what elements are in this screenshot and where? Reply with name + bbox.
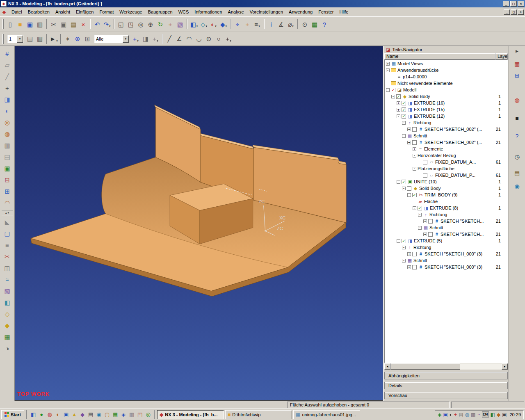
- feature-checkbox[interactable]: [412, 127, 417, 132]
- delete-button[interactable]: ×: [78, 19, 88, 29]
- feature-checkbox[interactable]: ✓: [402, 239, 406, 243]
- close-button[interactable]: ×: [518, 1, 524, 7]
- task-button[interactable]: ▦unimog-fahrerhaus01.jpg...: [293, 410, 360, 419]
- through-curves-button[interactable]: ◇: [2, 308, 13, 319]
- pad-button[interactable]: ▤: [2, 151, 13, 162]
- quick-launch-icon-12[interactable]: ◈: [119, 410, 128, 419]
- menu-anwendung[interactable]: Anwendung: [286, 8, 315, 16]
- tray-icon[interactable]: +: [454, 412, 457, 417]
- collapse-icon[interactable]: -: [386, 88, 390, 92]
- tray-icon[interactable]: ◧: [491, 412, 495, 417]
- expand-icon[interactable]: +: [423, 233, 427, 236]
- tree-row[interactable]: -◆Solid Body1: [385, 185, 507, 192]
- roles-button[interactable]: ■: [512, 113, 523, 123]
- menu-hilfe[interactable]: Hilfe: [336, 8, 351, 16]
- quick-launch-icon-3[interactable]: ◍: [46, 410, 54, 419]
- snap-point-button[interactable]: ⊙: [300, 19, 310, 29]
- pan-button[interactable]: +: [165, 19, 175, 29]
- maximize-button[interactable]: □: [510, 1, 517, 7]
- menu-informationen[interactable]: Informationen: [192, 8, 225, 16]
- system-materials-button[interactable]: ▤: [512, 168, 523, 178]
- help-library-button[interactable]: ?: [512, 131, 523, 141]
- quick-launch-icon-9[interactable]: ◉: [95, 410, 103, 419]
- undo-button[interactable]: ↶: [92, 19, 102, 29]
- dropdown-arrow-icon[interactable]: ▾: [206, 25, 208, 29]
- resource-options-button[interactable]: ▸: [514, 48, 521, 54]
- quick-launch-icon-10[interactable]: ▢: [103, 410, 111, 419]
- offset-surface-button[interactable]: ◧: [2, 297, 13, 308]
- scroll-left-icon[interactable]: ◂: [384, 363, 390, 370]
- collapse-icon[interactable]: -: [418, 213, 422, 217]
- blend-button[interactable]: ◠: [2, 197, 13, 208]
- toolbar-grip[interactable]: [2, 34, 4, 44]
- tree-row[interactable]: ▱FIXED_DATUM_P...61: [385, 172, 507, 178]
- sketch-point-button[interactable]: ⊙: [204, 34, 214, 44]
- copy-button[interactable]: ▣: [59, 19, 68, 29]
- feature-checkbox[interactable]: [407, 186, 411, 191]
- quick-launch-icon-13[interactable]: ▥: [128, 410, 136, 419]
- combo-arrow-icon[interactable]: ▾: [17, 35, 23, 43]
- menu-format[interactable]: Format: [96, 8, 116, 16]
- menu-einfgen[interactable]: Einfügen: [73, 8, 96, 16]
- expand-icon[interactable]: +: [407, 252, 411, 256]
- quick-launch-icon-11[interactable]: ▦: [111, 410, 119, 419]
- feature-checkbox[interactable]: [412, 265, 417, 269]
- tray-icon[interactable]: ▥: [471, 412, 475, 417]
- menu-voreinstellungen[interactable]: Voreinstellungen: [247, 8, 286, 16]
- expand-icon[interactable]: +: [397, 108, 400, 112]
- menu-fenster[interactable]: Fenster: [315, 8, 336, 16]
- document-icon[interactable]: ◆: [1, 9, 7, 15]
- unite-button[interactable]: ▣: [2, 163, 13, 173]
- feature-checkbox[interactable]: [428, 232, 433, 237]
- feature-checkbox[interactable]: [423, 173, 427, 178]
- dropdown-arrow-icon[interactable]: ▾: [258, 25, 260, 29]
- sketch-plus-button[interactable]: +▾: [224, 34, 233, 44]
- pocket-button[interactable]: ▥: [2, 140, 13, 151]
- task-button[interactable]: ■D:\html\cb\wip: [225, 410, 292, 419]
- menu-bearbeiten[interactable]: Bearbeiten: [25, 8, 52, 16]
- tree-row[interactable]: -↑Richtung: [385, 119, 507, 126]
- thread-button[interactable]: ≡: [2, 240, 13, 250]
- tree-row[interactable]: +≡Elemente: [385, 146, 507, 152]
- feature-checkbox[interactable]: ✓: [412, 193, 417, 197]
- dropdown-arrow-icon[interactable]: ▾: [137, 39, 139, 43]
- wcs-display-button[interactable]: ⌖: [233, 19, 242, 29]
- cut-button[interactable]: ✂: [49, 19, 59, 29]
- menu-baugruppen[interactable]: Baugruppen: [145, 8, 176, 16]
- tree-row[interactable]: +✓◨EXTRUDE (15)1: [385, 106, 507, 113]
- tree-row[interactable]: -✓▣UNITE (10)1: [385, 178, 507, 185]
- collapse-icon[interactable]: -: [397, 239, 400, 243]
- snap-center-button[interactable]: ⊕: [73, 34, 82, 44]
- expand-icon[interactable]: +: [413, 147, 416, 151]
- feature-checkbox[interactable]: [412, 252, 417, 256]
- wireframe-display-button[interactable]: ◇▾: [199, 19, 209, 29]
- swept-button[interactable]: ◆: [2, 320, 13, 331]
- quick-launch-icon-14[interactable]: ◰: [136, 410, 144, 419]
- help-context-button[interactable]: ?: [320, 19, 329, 29]
- tray-icon[interactable]: ◈: [438, 412, 441, 417]
- 3d-model[interactable]: [15, 46, 383, 400]
- open-button[interactable]: ■: [15, 19, 25, 29]
- select-face-button[interactable]: ◨: [141, 34, 151, 44]
- grid-button[interactable]: ▦: [310, 19, 320, 29]
- selection-arrow-button[interactable]: ►▾: [49, 34, 59, 44]
- work-layer-combo[interactable]: 1▾: [7, 35, 23, 43]
- quick-launch-icon-6[interactable]: ▲: [70, 410, 78, 419]
- tree-row[interactable]: -✓✂TRIM_BODY (9)1: [385, 192, 507, 198]
- trim-body-button[interactable]: ✂: [2, 251, 13, 262]
- tree-row[interactable]: =p14=0.0000: [385, 73, 507, 80]
- quick-launch-icon-2[interactable]: ●: [37, 410, 46, 419]
- tree-row[interactable]: -Horizontaler Bezug: [385, 152, 507, 159]
- tray-icon[interactable]: ▣: [443, 412, 448, 417]
- feature-checkbox[interactable]: ✓: [402, 114, 406, 119]
- shaded-display-button[interactable]: ◧▾: [189, 19, 199, 29]
- tree-row[interactable]: Nicht verwendete Elemente: [385, 80, 507, 87]
- expand-icon[interactable]: +: [407, 141, 411, 144]
- datum-axis-button[interactable]: ╱: [2, 71, 13, 82]
- palette-button[interactable]: ◍: [512, 95, 523, 105]
- sketch-line-button[interactable]: ╱: [164, 34, 174, 44]
- feature-checkbox[interactable]: ✓: [396, 94, 401, 99]
- extrude-button[interactable]: ◨: [2, 94, 13, 105]
- collapse-icon[interactable]: -: [397, 114, 400, 118]
- collapse-icon[interactable]: -: [391, 95, 395, 98]
